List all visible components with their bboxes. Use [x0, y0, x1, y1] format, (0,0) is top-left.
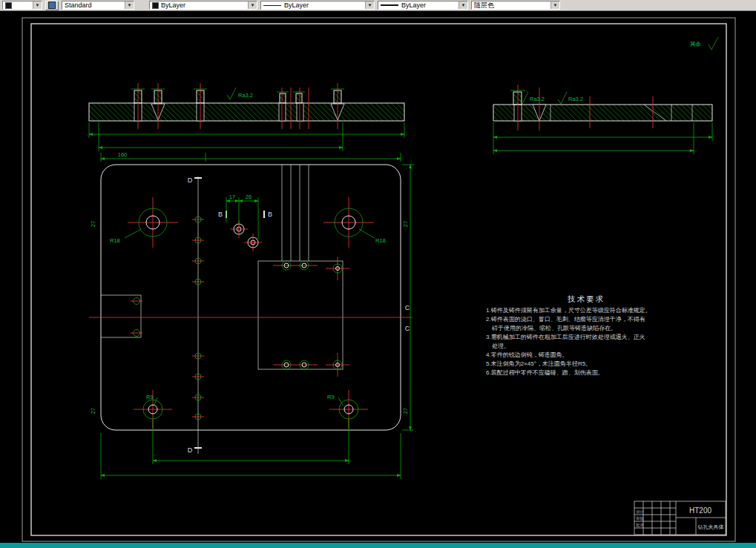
text-style-value: Standard [65, 1, 92, 9]
dim-17: 17 [229, 194, 235, 200]
rest-label: 其余 [690, 41, 702, 47]
surface-finish-icon [227, 88, 236, 99]
plotstyle-value: 随层色 [474, 1, 494, 10]
radius-label: R9 [146, 394, 154, 400]
plotstyle-combo[interactable]: 随层色 ▼ [471, 1, 560, 10]
properties-toolbar: ▼ Standard ▼ ByLayer ▼ ByLayer ▼ ByLayer… [0, 0, 756, 11]
radius-label: R18 [110, 237, 120, 244]
radius-label: R18 [375, 237, 386, 244]
part-name-label: 钻孔夹具体 [697, 524, 724, 530]
tech-req-line: 碍于使用的冷隔、缩松、孔眼等铸造缺陷存在。 [491, 325, 617, 331]
surface-finish-label: Ra3.2 [530, 96, 545, 102]
style-manager-icon [48, 1, 56, 9]
title-block: HT200 钻孔夹具体 设计 审核 批准 [634, 501, 726, 535]
dim-160: 160 [118, 151, 128, 158]
section-d-label: D [188, 176, 193, 184]
chevron-down-icon[interactable]: ▼ [458, 1, 467, 9]
section-view-left: Ra3.2 [89, 83, 404, 151]
tech-req-line: 5.未注倒角为2×45°，未注圆角半径R5。 [486, 360, 591, 367]
lineweight-icon [381, 4, 398, 6]
surface-finish-label: Ra3.2 [238, 92, 253, 99]
tech-req-line: 处理。 [492, 343, 510, 349]
chevron-down-icon[interactable]: ▼ [550, 1, 559, 9]
chevron-down-icon[interactable]: ▼ [248, 1, 257, 9]
color-combo[interactable]: ByLayer ▼ [149, 1, 257, 10]
tech-req-line: 4.零件的锐边倒钝，铸造圆角。 [486, 351, 568, 358]
corner-bore-feature [128, 197, 178, 248]
plan-view: R18 R18 R9 R9 27 27 27 27 B B [89, 151, 414, 479]
tech-req-line: 6.装配过程中零件不应磕碰、蹭、划伤表面。 [486, 369, 604, 376]
corner-bore-feature [323, 197, 374, 248]
color-swatch-icon [152, 2, 159, 9]
section-b-label: B [268, 211, 272, 218]
tech-req-line: 3.需机械加工的铸件在粗加工后应进行时效处理或退火、正火 [486, 333, 645, 340]
left-notch [101, 295, 142, 337]
chevron-down-icon[interactable]: ▼ [125, 1, 134, 9]
tech-req-line: 2.铸件表面的浇口、冒口、毛刺、结瘤等应清理干净，不得有 [486, 316, 645, 323]
dim-27: 27 [402, 408, 409, 414]
cad-application-window: ▼ Standard ▼ ByLayer ▼ ByLayer ▼ ByLayer… [0, 0, 756, 548]
tech-req-title: 技术要求 [568, 294, 605, 303]
section-b-label: B [218, 211, 223, 218]
lineweight-combo[interactable]: ByLayer ▼ [378, 1, 468, 10]
lineweight-value: ByLayer [401, 1, 426, 9]
linetype-value: ByLayer [284, 1, 309, 9]
dim-27: 27 [90, 408, 96, 414]
section-dd-line: D D [188, 176, 204, 454]
titleblock-row-label: 批准 [636, 523, 645, 528]
surface-finish-icon [558, 92, 567, 104]
rest-finish-note: 其余 [690, 37, 718, 50]
chevron-down-icon[interactable]: ▼ [33, 1, 42, 9]
titleblock-row-label: 审核 [636, 516, 645, 521]
radius-label: R9 [327, 394, 335, 400]
material-label: HT200 [689, 506, 711, 515]
chevron-down-icon[interactable]: ▼ [365, 1, 374, 9]
surface-finish-label: Ra3.2 [568, 96, 583, 102]
section-c-label: C [405, 325, 410, 332]
linetype-icon [263, 5, 281, 6]
technical-requirements: 技术要求 1.铸件及铸件须留有加工余量，尺寸公差等级应符合标准规定。 2.铸件表… [486, 294, 651, 376]
color-value: ByLayer [161, 1, 185, 9]
cad-drawing-canvas[interactable]: 其余 [0, 0, 756, 548]
linetype-combo[interactable]: ByLayer ▼ [260, 1, 375, 10]
dim-26: 26 [246, 194, 252, 200]
section-bb-feature: B B 17 26 [218, 194, 272, 251]
dim-27: 27 [90, 221, 96, 227]
titleblock-row-label: 设计 [636, 509, 645, 514]
section-c-label: C [405, 304, 410, 311]
section-d-label: D [188, 446, 193, 454]
dim-27: 27 [402, 221, 409, 227]
status-strip [0, 543, 756, 548]
surface-finish-icon [709, 37, 718, 50]
central-cavity [258, 165, 349, 377]
sheet-frame [22, 18, 735, 541]
text-style-combo[interactable]: Standard ▼ [62, 1, 134, 10]
layer-combo[interactable]: ▼ [2, 1, 42, 10]
style-manager-button[interactable] [45, 1, 59, 10]
section-view-right: Ra3.2 Ra3.2 [493, 85, 712, 154]
tech-req-line: 1.铸件及铸件须留有加工余量，尺寸公差等级应符合标准规定。 [486, 307, 651, 314]
layer-icon [5, 2, 12, 9]
